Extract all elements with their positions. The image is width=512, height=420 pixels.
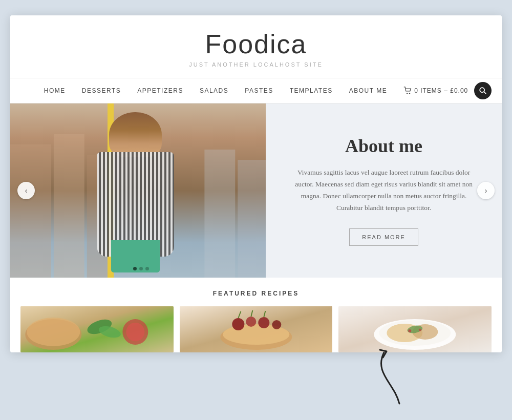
cart-icon: [403, 87, 412, 95]
nav-templates[interactable]: TEMPLATES: [282, 79, 341, 102]
recipe-card-1[interactable]: [20, 306, 174, 352]
featured-section: FEATURED RECIPES: [10, 278, 502, 352]
svg-rect-4: [10, 144, 51, 278]
slide-dot-3[interactable]: [145, 267, 149, 270]
annotation-arrow-icon: [358, 342, 420, 409]
slide: About me Vivamus sagittis lacus vel augu…: [10, 103, 502, 278]
read-more-button[interactable]: READ MORE: [349, 228, 418, 246]
svg-rect-7: [204, 150, 235, 278]
slide-dot-1[interactable]: [133, 267, 137, 270]
site-tagline: JUST ANOTHER LOCALHOST SITE: [20, 61, 492, 68]
browser-window: Foodica JUST ANOTHER LOCALHOST SITE HOME…: [10, 15, 502, 352]
nav-salads[interactable]: SALADS: [191, 79, 237, 102]
nav-pastes[interactable]: PASTES: [237, 79, 281, 102]
featured-title: FEATURED RECIPES: [20, 290, 492, 297]
svg-rect-5: [54, 134, 84, 278]
svg-point-11: [27, 318, 80, 346]
next-arrow-icon: ›: [485, 186, 487, 195]
svg-point-1: [409, 93, 410, 94]
slide-dot-2[interactable]: [139, 267, 143, 270]
nav-desserts[interactable]: DESSERTS: [74, 79, 129, 102]
nav-cart[interactable]: 0 ITEMS – £0.00: [395, 78, 476, 103]
site-header: Foodica JUST ANOTHER LOCALHOST SITE: [10, 15, 502, 78]
annotation-area: Feature Static Pages in the Slideshow: [10, 352, 502, 420]
nav-home[interactable]: HOME: [36, 79, 74, 102]
site-nav: HOME DESSERTS APPETIZERS SALADS PASTES T…: [10, 78, 502, 103]
svg-point-21: [258, 317, 269, 328]
search-icon: [479, 87, 487, 95]
svg-point-15: [126, 323, 144, 341]
svg-point-2: [480, 88, 484, 92]
cart-label: 0 ITEMS – £0.00: [414, 87, 468, 94]
nav-items: HOME DESSERTS APPETIZERS SALADS PASTES T…: [36, 78, 476, 103]
slide-title: About me: [345, 135, 422, 157]
nav-appetizers[interactable]: APPETIZERS: [129, 79, 191, 102]
arrow-annotation: [10, 358, 502, 419]
nav-about-me[interactable]: ABOUT ME: [341, 79, 395, 102]
site-title: Foodica: [20, 31, 492, 57]
svg-point-32: [409, 329, 412, 332]
svg-point-19: [232, 318, 244, 330]
slide-body: Vivamus sagittis lacus vel augue laoreet…: [291, 167, 476, 214]
svg-point-22: [272, 320, 281, 329]
slide-prev-button[interactable]: ‹: [17, 182, 35, 199]
svg-line-3: [484, 92, 486, 94]
svg-rect-8: [238, 160, 266, 278]
slide-next-button[interactable]: ›: [477, 182, 495, 199]
recipe-card-2[interactable]: [180, 306, 333, 352]
svg-point-20: [246, 317, 256, 327]
svg-point-0: [407, 93, 408, 94]
recipe-grid: [20, 306, 492, 352]
slideshow: About me Vivamus sagittis lacus vel augu…: [10, 103, 502, 278]
search-button[interactable]: [474, 82, 492, 99]
slide-content: About me Vivamus sagittis lacus vel augu…: [266, 103, 502, 278]
slide-image: [10, 103, 266, 278]
svg-point-33: [419, 329, 421, 331]
slide-dots: [133, 267, 149, 270]
prev-arrow-icon: ‹: [25, 186, 28, 195]
